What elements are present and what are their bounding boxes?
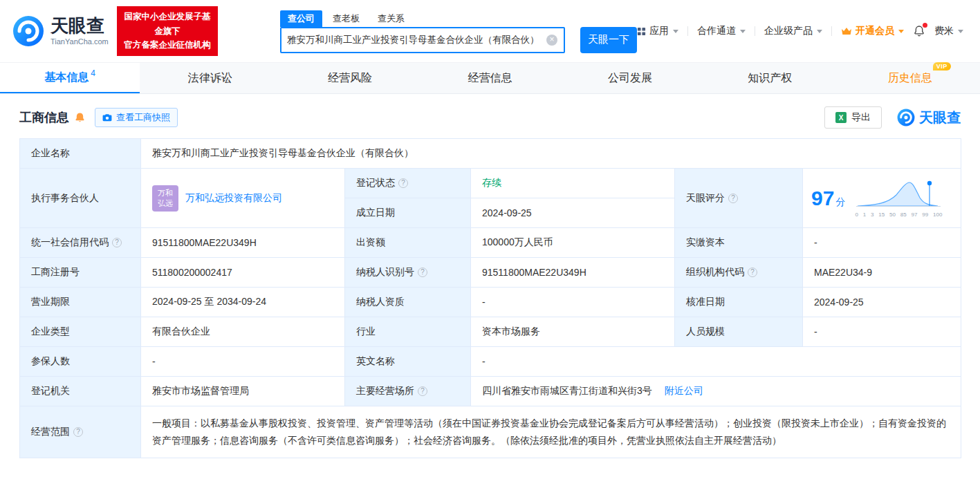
tab-risk-label: 经营风险 [328,71,372,86]
search-button[interactable]: 天眼一下 [580,27,637,53]
tianyancha-logo-icon [12,15,44,47]
info-icon[interactable]: ? [728,194,738,203]
value-company-name: 雅安万和川商工业产业投资引导母基金合伙企业（有限合伙） [141,139,961,169]
apps-grid-icon [637,27,646,36]
value-company-type: 有限合伙企业 [141,317,345,347]
username: 费米 [934,25,954,37]
tab-basic-info-count: 4 [91,68,95,78]
tab-company-development[interactable]: 公司发展 [560,63,700,93]
company-section-tabs: 基本信息 4 法律诉讼 经营风险 经营信息 公司发展 知识产权 历史信息 VIP [0,62,980,94]
business-info-table: 企业名称 雅安万和川商工业产业投资引导母基金合伙企业（有限合伙） 执行事务合伙人… [19,138,961,458]
certification-badge-line2: 官方备案企业征信机构 [124,38,211,53]
search-area: 查公司 查老板 查关系 × 天眼一下 [280,10,637,53]
certification-badge: 国家中小企业发展子基金旗下 官方备案企业征信机构 [117,6,218,56]
tianyancha-watermark-icon [897,109,915,126]
info-icon[interactable]: ? [398,178,408,188]
row-reg-number: 工商注册号 511800200002417 纳税人识别号? 91511800MA… [20,258,961,288]
info-icon[interactable]: ? [418,386,427,396]
nav-enterprise-products[interactable]: 企业级产品 [764,25,822,37]
value-taxpayer-id: 91511800MAE22U349H [471,258,675,288]
value-paid-capital: - [803,228,961,258]
label-business-scope: 经营范围? [20,406,141,458]
value-tianyan-score[interactable]: 97分 0131550859799100 [803,169,961,228]
search-tab-relation[interactable]: 查关系 [370,10,412,27]
value-capital: 100000万人民币 [471,228,675,258]
tab-basic-info[interactable]: 基本信息 4 [0,63,140,93]
certification-badge-line1: 国家中小企业发展子基金旗下 [124,10,211,38]
label-business-term: 营业期限 [20,288,141,317]
chevron-down-icon [958,30,963,33]
label-reg-authority: 登记机关 [20,377,141,406]
label-staff-size: 人员规模 [675,317,803,347]
partner-company-link[interactable]: 万和弘远投资有限公司 [185,192,282,205]
section-title: 工商信息 [19,109,69,126]
search-input[interactable] [281,35,546,45]
label-approval-date: 核准日期 [675,288,803,317]
value-approval-date: 2024-09-25 [803,288,961,317]
partner-avatar[interactable]: 万和 弘远 [152,185,178,212]
value-english-name: - [471,347,961,377]
search-tabs: 查公司 查老板 查关系 [280,10,637,27]
clear-search-icon[interactable]: × [546,35,557,46]
info-icon[interactable]: ? [748,268,757,277]
export-label: 导出 [851,111,871,124]
score-number: 97分 [811,187,845,210]
row-business-scope: 经营范围? 一般项目：以私募基金从事股权投资、投资管理、资产管理等活动（须在中国… [20,406,961,458]
nav-enterprise-label: 企业级产品 [764,25,813,37]
row-company-type: 企业类型 有限合伙企业 行业 资本市场服务 人员规模 - [20,317,961,347]
info-icon[interactable]: ? [418,268,427,277]
tab-basic-info-label: 基本信息 [44,71,89,85]
value-reg-authority: 雅安市市场监督管理局 [141,377,345,406]
nav-apps[interactable]: 应用 [637,25,678,37]
label-industry: 行业 [345,317,471,347]
monitor-bell-button[interactable] [75,112,85,123]
label-credit-code: 统一社会信用代码? [20,228,141,258]
camera-icon [102,113,112,122]
tab-legal-proceedings[interactable]: 法律诉讼 [140,63,279,93]
nearby-companies-link[interactable]: 附近公司 [665,385,703,396]
value-industry: 资本市场服务 [471,317,675,347]
nav-partner-label: 合作通道 [697,25,736,37]
view-snapshot-button[interactable]: 查看工商快照 [95,108,178,127]
nav-apps-label: 应用 [649,25,669,37]
label-taxpayer-quality: 纳税人资质 [345,288,471,317]
chevron-down-icon [817,30,822,33]
score-axis: 0131550859799100 [855,212,942,218]
crown-icon [841,27,852,35]
nav-divider [831,26,832,36]
value-business-scope: 一般项目：以私募基金从事股权投资、投资管理、资产管理等活动（须在中国证券投资基金… [141,406,961,458]
tab-history-info[interactable]: 历史信息 VIP [840,63,980,93]
nav-partner-channel[interactable]: 合作通道 [697,25,746,37]
tab-intellectual-property[interactable]: 知识产权 [700,63,840,93]
tianyancha-watermark: 天眼查 [897,109,961,127]
nav-divider [755,26,755,36]
search-box: × [280,27,565,53]
label-tianyan-score: 天眼评分? [675,169,803,228]
watermark-text: 天眼查 [919,109,961,127]
label-establish-date: 成立日期 [345,198,471,228]
search-tab-boss[interactable]: 查老板 [325,10,367,27]
tab-operating-info[interactable]: 经营信息 [420,63,560,93]
tab-operating-risk[interactable]: 经营风险 [280,63,420,93]
excel-icon: X [835,112,847,123]
search-tab-company[interactable]: 查公司 [280,10,322,27]
top-navigation: 应用 合作通道 企业级产品 开通会员 [637,25,968,37]
user-menu[interactable]: 费米 [934,25,963,37]
nav-open-vip[interactable]: 开通会员 [841,25,904,37]
tab-history-label: 历史信息 [888,72,932,84]
logo-text: 天眼查 TianYanCha.com [50,17,109,45]
row-insured-count: 参保人数 - 英文名称 - [20,347,961,377]
label-english-name: 英文名称 [345,347,471,377]
export-button[interactable]: X 导出 [824,106,882,129]
value-reg-status: 存续 [471,169,675,198]
info-icon[interactable]: ? [112,238,122,247]
search-row: × 天眼一下 [280,27,637,53]
nav-divider [687,26,688,36]
tab-development-label: 公司发展 [608,71,652,86]
label-executive-partner: 执行事务合伙人 [20,169,141,228]
notification-bell[interactable] [913,25,925,37]
score-curve-icon [855,178,942,209]
tianyancha-logo[interactable]: 天眼查 TianYanCha.com [12,15,109,47]
row-reg-authority: 登记机关 雅安市市场监督管理局 主要经营场所? 四川省雅安市雨城区青江街道和兴街… [20,377,961,406]
info-icon[interactable]: ? [73,427,83,437]
